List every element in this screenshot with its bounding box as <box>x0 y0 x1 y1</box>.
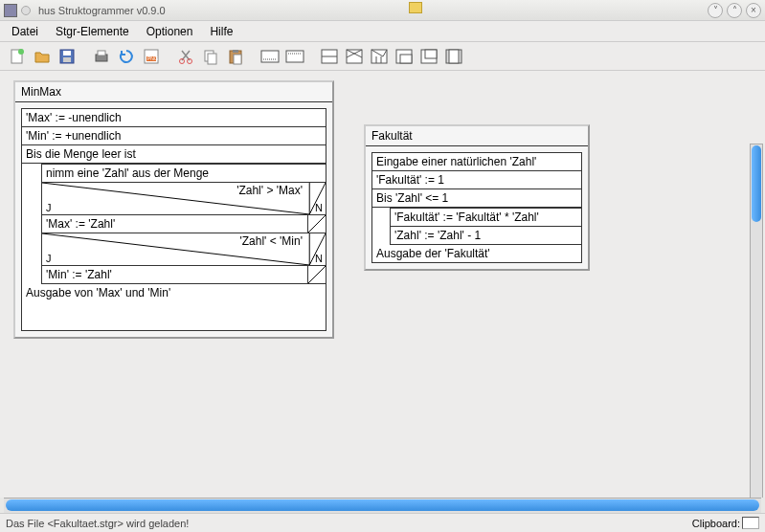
svg-rect-19 <box>286 51 304 62</box>
condition-block[interactable]: 'Zahl' > 'Max' J N <box>42 183 326 215</box>
svg-line-44 <box>308 266 326 283</box>
close-button[interactable]: × <box>746 3 761 18</box>
yes-label: J <box>46 202 52 213</box>
cut-button[interactable] <box>174 45 197 68</box>
paste-button[interactable] <box>224 45 247 68</box>
export-png-button[interactable]: PNG <box>140 45 163 68</box>
structogram-title: Fakultät <box>366 126 588 146</box>
loop-head-row[interactable]: Bis die Menge leer ist <box>22 145 326 164</box>
structogram-minmax[interactable]: MinMax 'Max' := -unendlich 'Min' := +une… <box>13 80 334 339</box>
statement-row[interactable]: 'Max' := 'Zahl' <box>42 215 308 233</box>
statement-row[interactable]: Eingabe einer natürlichen 'Zahl' <box>372 153 581 171</box>
condition-block[interactable]: 'Zahl' < 'Min' J N <box>42 233 326 266</box>
titlebar: hus Struktogrammer v0.9.0 ˅ ˄ × <box>0 0 765 21</box>
scrollbar-thumb[interactable] <box>752 145 761 222</box>
block-case-button[interactable] <box>368 45 391 68</box>
copy-button[interactable] <box>199 45 222 68</box>
sticky-note-icon <box>409 2 422 13</box>
menu-hilfe[interactable]: Hilfe <box>202 23 240 40</box>
svg-rect-17 <box>261 51 279 62</box>
vertical-scrollbar[interactable] <box>750 144 763 498</box>
app-window: hus Struktogrammer v0.9.0 ˅ ˄ × Datei St… <box>0 0 765 532</box>
svg-line-40 <box>308 215 326 233</box>
menu-optionen[interactable]: Optionen <box>139 23 201 40</box>
branch-row: 'Min' := 'Zahl' <box>42 266 326 284</box>
menubar: Datei Stgr-Elemente Optionen Hilfe <box>0 21 765 42</box>
minimize-button[interactable]: ˅ <box>708 3 723 18</box>
statusbar: Das File <Fakultaet.stgr> wird geladen! … <box>0 513 765 532</box>
condition-text: 'Zahl' > 'Max' <box>236 184 303 197</box>
loop-head-row[interactable]: Bis 'Zahl' <= 1 <box>372 189 581 208</box>
block-sequence-button[interactable] <box>318 45 341 68</box>
statement-row[interactable]: 'Fakultät' := 'Fakultät' * 'Zahl' <box>391 208 581 227</box>
titlebar-dot-icon <box>21 6 31 15</box>
refresh-button[interactable] <box>115 45 138 68</box>
svg-rect-6 <box>98 51 105 55</box>
condition-text: 'Zahl' < 'Min' <box>239 234 303 248</box>
loop-body: 'Fakultät' := 'Fakultät' * 'Zahl' 'Zahl'… <box>390 208 581 245</box>
svg-point-1 <box>18 49 24 55</box>
statement-row[interactable]: 'Min' := 'Zahl' <box>42 266 308 283</box>
status-message: Das File <Fakultaet.stgr> wird geladen! <box>6 518 692 529</box>
save-button[interactable] <box>56 45 79 68</box>
branch-row: 'Max' := 'Zahl' <box>42 215 326 233</box>
block-container: Eingabe einer natürlichen 'Zahl' 'Fakult… <box>371 152 582 263</box>
structogram-title: MinMax <box>15 82 332 102</box>
svg-rect-32 <box>400 55 412 63</box>
svg-text:PNG: PNG <box>147 55 158 61</box>
statement-row[interactable]: 'Fakultät' := 1 <box>372 171 581 189</box>
clipboard-label: Clipboard: <box>692 518 740 529</box>
svg-rect-34 <box>425 50 437 58</box>
widget-2-button[interactable] <box>283 45 306 68</box>
yes-label: J <box>46 253 52 264</box>
block-container: 'Max' := -unendlich 'Min' := +unendlich … <box>21 108 326 331</box>
empty-branch <box>308 215 326 233</box>
menu-elemente[interactable]: Stgr-Elemente <box>48 23 137 40</box>
svg-rect-15 <box>233 50 238 53</box>
statement-row[interactable]: Ausgabe von 'Max' und 'Min' <box>22 284 326 330</box>
app-icon <box>4 4 17 17</box>
empty-branch <box>308 266 326 283</box>
horizontal-scrollbar[interactable] <box>4 498 761 513</box>
statement-row[interactable]: Ausgabe der 'Fakultät' <box>372 245 581 262</box>
statement-row[interactable]: nimm eine 'Zahl' aus der Menge <box>42 164 326 183</box>
block-call-button[interactable] <box>442 45 465 68</box>
open-button[interactable] <box>31 45 54 68</box>
statement-row[interactable]: 'Min' := +unendlich <box>22 127 326 145</box>
window-title: hus Struktogrammer v0.9.0 <box>34 5 704 16</box>
canvas-area[interactable]: MinMax 'Max' := -unendlich 'Min' := +une… <box>0 71 765 498</box>
block-loop-foot-button[interactable] <box>417 45 440 68</box>
svg-rect-26 <box>371 50 387 63</box>
no-label: N <box>315 202 323 213</box>
statement-row[interactable]: 'Zahl' := 'Zahl' - 1 <box>391 227 581 245</box>
svg-rect-4 <box>63 57 71 62</box>
clipboard-preview <box>742 517 759 529</box>
loop-body: nimm eine 'Zahl' aus der Menge 'Zahl' > … <box>41 164 326 284</box>
svg-rect-36 <box>449 50 459 63</box>
structogram-fakultaet[interactable]: Fakultät Eingabe einer natürlichen 'Zahl… <box>364 124 590 271</box>
block-branch-button[interactable] <box>343 45 366 68</box>
statement-row[interactable]: 'Max' := -unendlich <box>22 109 326 127</box>
block-loop-head-button[interactable] <box>393 45 416 68</box>
scrollbar-thumb[interactable] <box>6 499 759 511</box>
menu-datei[interactable]: Datei <box>4 23 46 40</box>
new-button[interactable] <box>6 45 29 68</box>
svg-rect-16 <box>234 55 241 64</box>
print-button[interactable] <box>90 45 113 68</box>
no-label: N <box>315 253 323 264</box>
svg-rect-3 <box>63 51 71 55</box>
toolbar: PNG <box>0 42 765 71</box>
maximize-button[interactable]: ˄ <box>727 3 742 18</box>
widget-1-button[interactable] <box>259 45 281 68</box>
svg-rect-13 <box>208 54 216 64</box>
